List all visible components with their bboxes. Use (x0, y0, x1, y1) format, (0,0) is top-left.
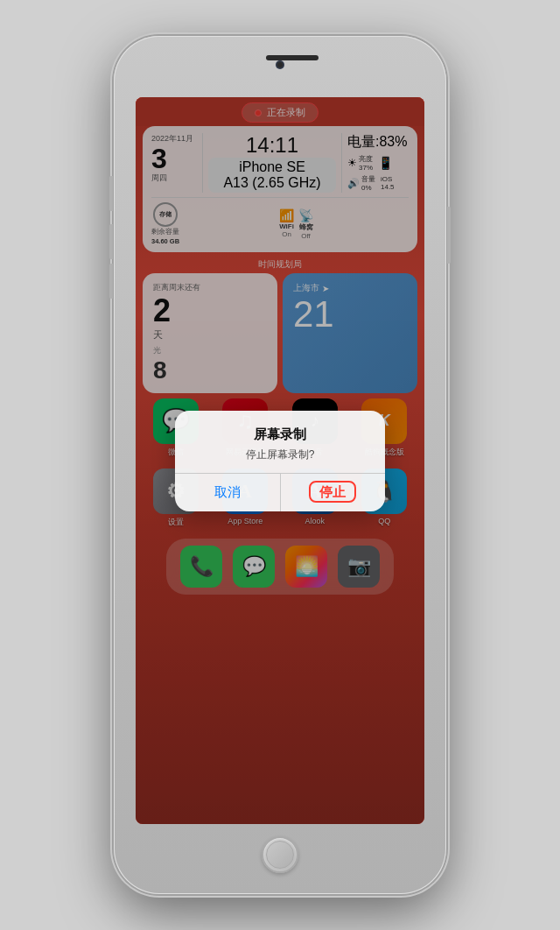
stop-button[interactable]: 停止 (281, 474, 386, 511)
screen-content: 正在录制 2022年11月 3 周四 14:11 (136, 97, 424, 824)
dialog-message: 停止屏幕录制? (189, 447, 371, 462)
phone-shell: 正在录制 2022年11月 3 周四 14:11 (114, 36, 446, 894)
dialog-title: 屏幕录制 (189, 426, 371, 443)
home-button-area (262, 824, 298, 885)
front-camera (276, 60, 284, 69)
dialog-box: 屏幕录制 停止屏幕录制? 取消 停止 (175, 411, 385, 511)
cancel-button[interactable]: 取消 (175, 474, 281, 511)
home-button[interactable] (262, 836, 298, 873)
dialog-overlay: 屏幕录制 停止屏幕录制? 取消 停止 (136, 97, 424, 824)
dialog-content: 屏幕录制 停止屏幕录制? (175, 411, 385, 473)
dialog-buttons: 取消 停止 (175, 473, 385, 511)
phone-screen: 正在录制 2022年11月 3 周四 14:11 (136, 97, 424, 824)
speaker (266, 55, 318, 60)
home-button-inner (266, 841, 294, 869)
stop-label: 停止 (309, 481, 356, 503)
phone-top (114, 36, 446, 97)
